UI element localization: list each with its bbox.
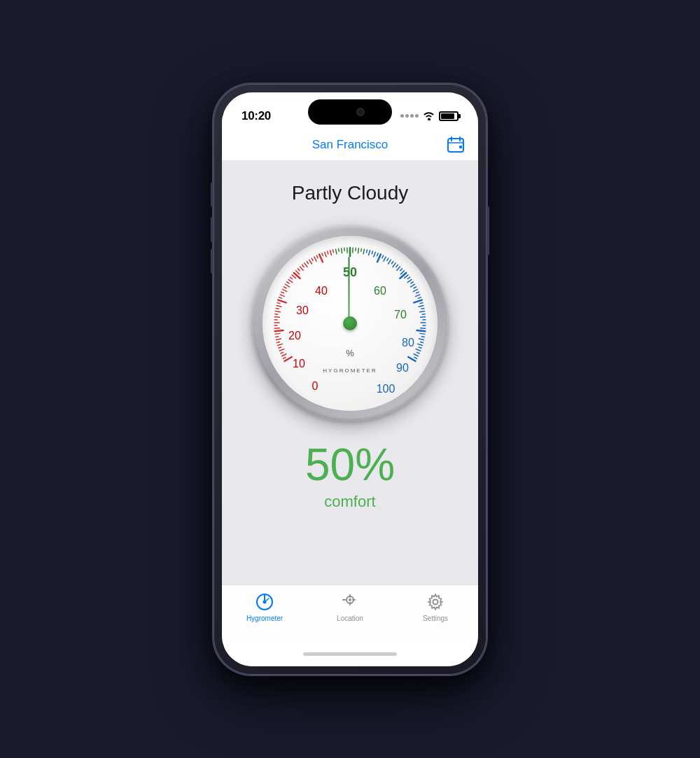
gauge-center-pivot	[343, 316, 357, 330]
status-bar: 10:20	[222, 92, 478, 130]
svg-line-40	[277, 302, 280, 303]
svg-line-70	[339, 248, 340, 251]
svg-line-69	[336, 248, 337, 253]
svg-line-47	[286, 284, 290, 287]
svg-line-119	[420, 333, 425, 334]
status-time: 10:20	[241, 109, 271, 123]
svg-line-124	[419, 347, 421, 348]
calendar-icon	[447, 136, 465, 154]
svg-line-62	[316, 255, 318, 258]
svg-line-87	[384, 256, 386, 260]
svg-line-93	[397, 267, 400, 270]
camera-dot	[356, 108, 365, 116]
svg-line-39	[276, 305, 281, 307]
location-tab-label: Location	[337, 615, 363, 622]
tab-location[interactable]: Location	[326, 592, 374, 622]
phone-screen: 10:20	[222, 92, 478, 666]
svg-line-57	[304, 262, 307, 267]
svg-line-83	[374, 252, 375, 257]
settings-tab-label: Settings	[423, 615, 448, 622]
svg-line-120	[421, 336, 424, 337]
svg-line-127	[414, 353, 418, 356]
svg-line-95	[400, 270, 404, 274]
humidity-reading: 50%	[305, 442, 395, 487]
svg-line-23	[279, 349, 284, 351]
svg-line-61	[314, 256, 316, 260]
svg-line-78	[361, 248, 362, 251]
svg-line-99	[407, 279, 412, 282]
svg-line-35	[274, 316, 279, 317]
svg-line-110	[421, 308, 424, 309]
main-content: Partly Cloudy	[222, 161, 478, 584]
svg-line-118	[416, 330, 425, 331]
svg-line-111	[420, 311, 425, 311]
svg-line-44	[281, 292, 284, 293]
svg-line-67	[330, 250, 332, 255]
svg-line-121	[419, 338, 424, 339]
svg-line-43	[280, 294, 284, 296]
svg-line-100	[411, 281, 413, 283]
svg-line-65	[325, 252, 326, 257]
svg-line-88	[387, 258, 388, 260]
dynamic-island	[308, 99, 392, 125]
svg-line-82	[372, 251, 372, 253]
svg-line-102	[414, 286, 416, 288]
svg-line-81	[369, 250, 370, 255]
svg-line-55	[300, 267, 304, 270]
svg-point-139	[349, 598, 351, 601]
svg-line-22	[281, 352, 284, 353]
wifi-icon	[423, 111, 435, 120]
svg-line-53	[296, 270, 300, 274]
city-title[interactable]: San Francisco	[312, 138, 388, 152]
svg-line-45	[283, 289, 287, 291]
svg-line-105	[415, 294, 419, 296]
svg-line-27	[276, 338, 281, 339]
svg-line-125	[416, 349, 421, 351]
svg-line-94	[400, 268, 402, 270]
svg-line-38	[276, 308, 279, 309]
svg-line-90	[392, 261, 393, 263]
svg-line-68	[333, 249, 334, 252]
svg-rect-5	[459, 146, 462, 148]
svg-line-85	[377, 254, 381, 262]
weather-condition: Partly Cloudy	[292, 182, 409, 204]
svg-line-60	[312, 258, 313, 260]
svg-line-28	[276, 336, 279, 337]
svg-line-98	[407, 277, 410, 279]
svg-line-106	[419, 297, 421, 297]
calendar-icon-button[interactable]	[444, 134, 467, 156]
svg-line-51	[292, 274, 295, 277]
hygrometer-gauge: 0 10 20 30 40 50 60	[252, 225, 448, 421]
svg-line-97	[405, 274, 408, 277]
svg-line-109	[419, 305, 424, 307]
hygrometer-tab-icon	[255, 592, 274, 612]
svg-line-25	[278, 344, 283, 345]
svg-line-92	[396, 265, 398, 267]
svg-line-86	[382, 255, 384, 258]
svg-line-26	[277, 342, 280, 342]
svg-line-56	[302, 265, 304, 267]
svg-line-46	[284, 286, 286, 288]
status-icons	[400, 111, 458, 121]
svg-line-80	[367, 249, 368, 252]
svg-line-63	[319, 254, 323, 262]
tab-hygrometer[interactable]: Hygrometer	[240, 592, 289, 622]
settings-tab-icon	[426, 592, 445, 612]
svg-line-71	[342, 248, 342, 253]
svg-line-29	[275, 333, 280, 334]
svg-point-0	[428, 118, 430, 120]
svg-line-107	[414, 300, 421, 302]
gauge-outer-ring: 0 10 20 30 40 50 60	[252, 225, 448, 421]
svg-line-91	[393, 262, 396, 267]
svg-line-21	[282, 353, 286, 356]
svg-line-113	[421, 316, 426, 317]
svg-line-77	[358, 248, 359, 253]
svg-line-64	[322, 253, 323, 255]
tab-settings[interactable]: Settings	[411, 592, 460, 622]
svg-line-20	[283, 357, 286, 358]
svg-line-84	[377, 253, 378, 255]
home-bar	[303, 652, 397, 656]
svg-line-66	[328, 251, 328, 253]
svg-line-59	[309, 260, 312, 264]
comfort-label: comfort	[324, 493, 375, 511]
